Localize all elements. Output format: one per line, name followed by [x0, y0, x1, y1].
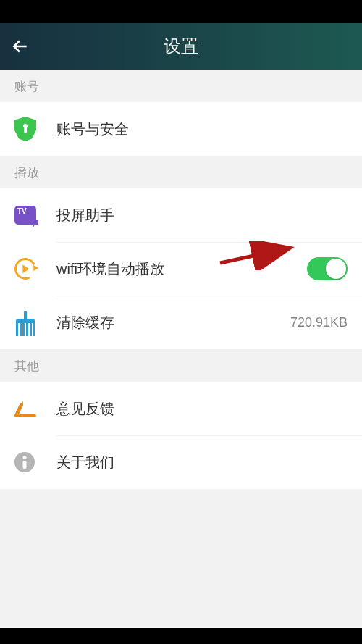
row-label: 关于我们 — [56, 453, 348, 472]
section-header-other: 其他 — [0, 349, 362, 382]
row-wifi-autoplay: wifi环境自动播放 — [0, 242, 362, 296]
section-header-account: 账号 — [0, 70, 362, 102]
row-account-security[interactable]: 账号与安全 — [0, 102, 362, 156]
bottom-bar — [0, 628, 362, 644]
row-label: 账号与安全 — [56, 120, 348, 139]
cache-size-value: 720.91KB — [290, 315, 348, 330]
back-arrow-icon — [11, 37, 30, 56]
shield-icon — [14, 117, 49, 141]
wifi-autoplay-toggle[interactable] — [307, 257, 348, 280]
status-bar — [0, 0, 362, 23]
row-cast-assistant[interactable]: 投屏助手 — [0, 188, 362, 242]
row-feedback[interactable]: 意见反馈 — [0, 382, 362, 435]
row-label: 清除缓存 — [56, 313, 290, 333]
row-label: 投屏助手 — [56, 206, 348, 225]
broom-icon — [14, 311, 49, 333]
section-header-playback: 播放 — [0, 156, 362, 188]
info-icon — [14, 452, 49, 472]
back-button[interactable] — [0, 23, 41, 70]
cast-icon — [14, 206, 49, 225]
row-label: 意见反馈 — [56, 399, 348, 419]
row-about[interactable]: 关于我们 — [0, 435, 362, 489]
page-title: 设置 — [164, 35, 198, 58]
row-label: wifi环境自动播放 — [56, 259, 307, 279]
feedback-icon — [14, 400, 49, 417]
header: 设置 — [0, 23, 362, 70]
row-clear-cache[interactable]: 清除缓存 720.91KB — [0, 296, 362, 349]
autoplay-icon — [14, 258, 49, 280]
